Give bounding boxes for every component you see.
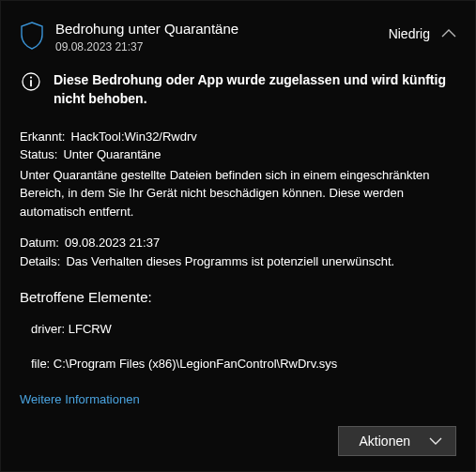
info-banner: Diese Bedrohung oder App wurde zugelasse… [20,70,456,109]
chevron-up-icon [441,25,456,42]
svg-point-1 [30,77,32,79]
detected-label: Erkannt [20,128,65,146]
date-label: Datum [20,234,59,252]
footer: Aktionen [20,411,456,456]
shield-icon [20,20,55,53]
affected-item: driver: LFCRW [20,320,456,339]
chevron-down-icon [429,434,442,449]
detected-value: HackTool:Win32/Rwdrv [70,128,196,146]
header: Bedrohung unter Quarantäne 09.08.2023 21… [20,20,456,53]
info-message: Diese Bedrohung oder App wurde zugelasse… [54,70,456,109]
status-label: Status [20,145,57,164]
actions-button-label: Aktionen [360,434,410,449]
threat-detail-panel: Bedrohung unter Quarantäne 09.08.2023 21… [0,0,476,472]
severity-toggle[interactable]: Niedrig [389,20,456,42]
status-value: Unter Quarantäne [63,145,161,164]
info-icon [22,70,40,95]
date-value: 09.08.2023 21:37 [65,234,160,252]
details-block: Erkannt HackTool:Win32/Rwdrv Status Unte… [20,128,456,409]
affected-title: Betroffene Elemente: [20,287,456,309]
actions-button[interactable]: Aktionen [338,426,456,456]
severity-label: Niedrig [389,26,430,41]
threat-title: Bedrohung unter Quarantäne [55,20,389,38]
details-value: Das Verhalten dieses Programms ist poten… [66,252,394,271]
affected-item: file: C:\Program Files (x86)\LegionFanCo… [20,355,456,373]
quarantine-description: Unter Quarantäne gestellte Dateien befin… [20,166,456,221]
threat-timestamp: 09.08.2023 21:37 [55,40,389,53]
svg-rect-2 [30,80,32,86]
details-label: Details [20,252,60,271]
more-info-link[interactable]: Weitere Informationen [20,390,456,409]
